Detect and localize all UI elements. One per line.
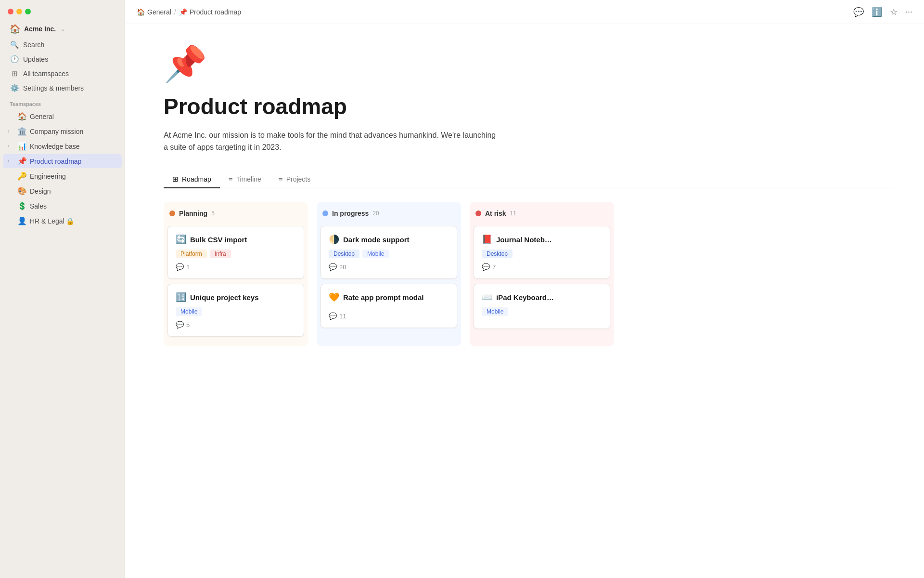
card-tags: Mobile bbox=[482, 307, 602, 316]
person-icon: 👤 bbox=[17, 216, 27, 225]
tree-item-label: HR & Legal 🔒 bbox=[30, 217, 74, 225]
card-icon: 🔄 bbox=[176, 234, 186, 245]
minimize-dot[interactable] bbox=[16, 9, 22, 14]
kanban-card[interactable]: 📕 Journal Noteb… Desktop 💬 7 bbox=[474, 226, 610, 279]
info-icon[interactable]: ℹ️ bbox=[872, 7, 882, 17]
page-description: At Acme Inc. our mission is to make tool… bbox=[164, 129, 500, 154]
projects-tab-icon: ≡ bbox=[279, 175, 283, 184]
content-area: 📌 Product roadmap At Acme Inc. our missi… bbox=[125, 24, 924, 578]
sidebar-item-company-mission[interactable]: › 🏛️ Company mission bbox=[3, 124, 122, 138]
maximize-dot[interactable] bbox=[25, 9, 31, 14]
comment-icon: 💬 bbox=[176, 263, 184, 271]
close-dot[interactable] bbox=[8, 9, 13, 14]
breadcrumb-label: Product roadmap bbox=[190, 8, 241, 16]
card-tags: Platform Infra bbox=[176, 250, 296, 258]
breadcrumb: 🏠 General / 📌 Product roadmap bbox=[137, 8, 241, 16]
column-title: In progress bbox=[332, 210, 369, 217]
card-icon: 🧡 bbox=[329, 292, 339, 302]
card-tags: Mobile bbox=[176, 307, 296, 316]
sidebar-item-search[interactable]: 🔍 Search bbox=[3, 38, 122, 52]
column-header-inprogress: In progress 20 bbox=[321, 207, 457, 220]
tab-label: Timeline bbox=[236, 175, 261, 183]
tab-label: Roadmap bbox=[182, 175, 211, 183]
pin-icon: 📌 bbox=[17, 157, 27, 166]
workspace-icon: 🏠 bbox=[10, 24, 20, 34]
window-controls bbox=[0, 5, 125, 20]
kanban-card[interactable]: 🔄 Bulk CSV import Platform Infra 💬 1 bbox=[167, 226, 304, 279]
card-title: Journal Noteb… bbox=[496, 236, 552, 244]
sidebar-item-label: All teamspaces bbox=[23, 70, 69, 78]
tab-projects[interactable]: ≡ Projects bbox=[270, 171, 319, 188]
card-comments: 💬 7 bbox=[482, 263, 602, 271]
tag-platform: Platform bbox=[176, 250, 207, 258]
grid-icon: ⊞ bbox=[10, 69, 19, 78]
kanban-column-atrisk: At risk 11 📕 Journal Noteb… Desktop 💬 7 bbox=[470, 202, 614, 346]
sidebar-item-sales[interactable]: 💲 Sales bbox=[3, 199, 122, 213]
card-tags: Desktop bbox=[482, 250, 602, 258]
sidebar-item-engineering[interactable]: 🔑 Engineering bbox=[3, 169, 122, 183]
card-comments: 💬 1 bbox=[176, 263, 296, 271]
workspace-name: Acme Inc. bbox=[24, 25, 56, 33]
breadcrumb-general[interactable]: 🏠 General bbox=[137, 8, 171, 16]
sidebar-item-settings[interactable]: ⚙️ Settings & members bbox=[3, 81, 122, 95]
kanban-card[interactable]: 🧡 Rate app prompt modal 💬 11 bbox=[321, 284, 457, 328]
tree-item-label: Sales bbox=[30, 202, 47, 210]
page-title: Product roadmap bbox=[164, 94, 895, 119]
sidebar-item-updates[interactable]: 🕐 Updates bbox=[3, 53, 122, 66]
tree-item-label: Company mission bbox=[30, 128, 83, 135]
key-icon: 🔑 bbox=[17, 171, 27, 181]
kanban-card[interactable]: 🔢 Unique project keys Mobile 💬 5 bbox=[167, 284, 304, 337]
star-icon[interactable]: ☆ bbox=[890, 7, 898, 17]
sidebar-item-hr-legal[interactable]: 👤 HR & Legal 🔒 bbox=[3, 214, 122, 228]
workspace-selector[interactable]: 🏠 Acme Inc. ⌄ bbox=[3, 21, 122, 37]
chevron-right-icon: › bbox=[8, 158, 14, 164]
chevron-right-icon: › bbox=[8, 144, 14, 149]
kanban-column-inprogress: In progress 20 🌗 Dark mode support Deskt… bbox=[317, 202, 461, 346]
status-dot-atrisk bbox=[475, 210, 481, 216]
timeline-tab-icon: ≡ bbox=[229, 175, 233, 184]
card-title-row: ⌨️ iPad Keyboard… bbox=[482, 292, 602, 302]
comment-count: 7 bbox=[492, 263, 496, 271]
comment-icon: 💬 bbox=[329, 263, 337, 271]
sidebar-item-label: Search bbox=[23, 41, 44, 49]
sidebar: 🏠 Acme Inc. ⌄ 🔍 Search 🕐 Updates ⊞ All t… bbox=[0, 0, 125, 578]
column-header-atrisk: At risk 11 bbox=[474, 207, 610, 220]
topbar-actions: 💬 ℹ️ ☆ ··· bbox=[853, 7, 912, 17]
breadcrumb-product-roadmap[interactable]: 📌 Product roadmap bbox=[179, 8, 241, 16]
tag-infra: Infra bbox=[210, 250, 231, 258]
more-icon[interactable]: ··· bbox=[905, 7, 912, 17]
column-count: 20 bbox=[372, 210, 379, 217]
card-title-row: 🌗 Dark mode support bbox=[329, 234, 449, 245]
card-title: Rate app prompt modal bbox=[343, 293, 424, 302]
column-count: 11 bbox=[510, 210, 516, 217]
card-title-row: 📕 Journal Noteb… bbox=[482, 234, 602, 245]
sidebar-item-label: Settings & members bbox=[23, 84, 84, 92]
main-content: 🏠 General / 📌 Product roadmap 💬 ℹ️ ☆ ···… bbox=[125, 0, 924, 578]
sidebar-item-all-teamspaces[interactable]: ⊞ All teamspaces bbox=[3, 67, 122, 80]
card-comments: 💬 20 bbox=[329, 263, 449, 271]
chart-icon: 📊 bbox=[17, 142, 27, 151]
topbar: 🏠 General / 📌 Product roadmap 💬 ℹ️ ☆ ··· bbox=[125, 0, 924, 24]
clock-icon: 🕐 bbox=[10, 55, 19, 64]
sidebar-item-general[interactable]: 🏠 General bbox=[3, 109, 122, 123]
kanban-card[interactable]: 🌗 Dark mode support Desktop Mobile 💬 20 bbox=[321, 226, 457, 279]
home-icon: 🏠 bbox=[17, 112, 27, 121]
kanban-card[interactable]: ⌨️ iPad Keyboard… Mobile bbox=[474, 284, 610, 329]
paint-icon: 🎨 bbox=[17, 186, 27, 196]
sidebar-item-knowledge-base[interactable]: › 📊 Knowledge base bbox=[3, 139, 122, 153]
roadmap-icon: 📌 bbox=[179, 8, 187, 16]
tree-item-label: Knowledge base bbox=[30, 143, 80, 150]
sidebar-item-product-roadmap[interactable]: › 📌 Product roadmap bbox=[3, 154, 122, 168]
comment-icon: 💬 bbox=[176, 321, 184, 328]
page-emoji: 📌 bbox=[164, 43, 895, 84]
comment-icon[interactable]: 💬 bbox=[853, 7, 864, 17]
tag-mobile: Mobile bbox=[482, 307, 508, 316]
sidebar-item-design[interactable]: 🎨 Design bbox=[3, 184, 122, 198]
column-count: 5 bbox=[211, 210, 215, 217]
comment-count: 5 bbox=[186, 321, 190, 328]
tree-item-label: Design bbox=[30, 187, 51, 195]
card-comments: 💬 11 bbox=[329, 312, 449, 320]
gear-icon: ⚙️ bbox=[10, 84, 19, 92]
tab-roadmap[interactable]: ⊞ Roadmap bbox=[164, 171, 220, 188]
tab-timeline[interactable]: ≡ Timeline bbox=[220, 171, 270, 188]
